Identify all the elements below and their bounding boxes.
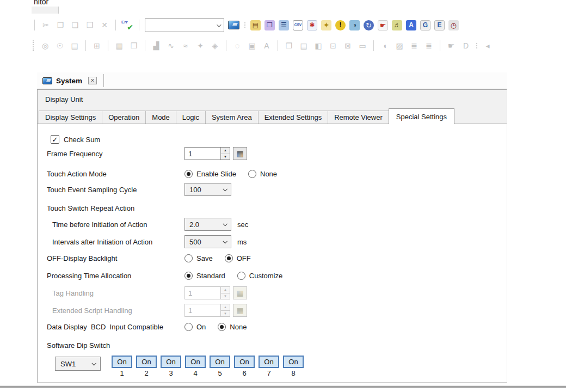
tab-logic[interactable]: Logic	[176, 111, 206, 124]
error-check-icon[interactable]: Err ✔	[121, 20, 133, 30]
keypad-button[interactable]: ▦	[233, 147, 247, 160]
key-security-icon[interactable]: ✦	[321, 20, 331, 30]
dip-switch-1-button[interactable]: On	[112, 356, 132, 368]
paste-icon[interactable]: ❏	[70, 20, 81, 30]
screen-preview-icon[interactable]	[228, 21, 239, 29]
memo-list-icon[interactable]: ▤	[69, 40, 80, 51]
tab-extended-settings[interactable]: Extended Settings	[258, 111, 329, 124]
speech-bubble-icon[interactable]: ◖	[379, 40, 390, 51]
check-sum-checkbox[interactable]: ✓	[51, 135, 59, 144]
window-overlap-icon[interactable]: ❐	[284, 40, 294, 51]
star-parts-icon[interactable]: ✦	[195, 40, 206, 51]
sound-icon[interactable]: ♬	[392, 20, 402, 30]
radio-button[interactable]	[237, 272, 245, 280]
tab-system-area[interactable]: System Area	[205, 111, 259, 124]
lamp-icon[interactable]: ☉	[54, 40, 65, 51]
close-tab-button[interactable]: ✕	[88, 77, 97, 84]
text-parts-icon[interactable]: A	[261, 40, 272, 51]
mini-display-icon[interactable]: ▭	[357, 40, 368, 51]
package-edit-icon[interactable]: ✱	[307, 20, 317, 30]
radio-option-save[interactable]: Save	[184, 254, 213, 262]
copy-icon[interactable]: ❐	[55, 20, 66, 30]
radio-option-on[interactable]: On	[184, 323, 206, 331]
hand-cursor-icon[interactable]: ☛	[446, 40, 457, 51]
radio-button[interactable]	[184, 170, 193, 178]
spinner-down-button[interactable]: ▼	[221, 154, 230, 160]
doc-list2-icon[interactable]: ≣	[423, 40, 434, 51]
data-transfer-icon[interactable]: ◑	[349, 20, 360, 30]
dip-switch-3-button[interactable]: On	[161, 356, 181, 368]
check-sum-label: Check Sum	[64, 136, 100, 144]
calendar-12-icon[interactable]: ⊞	[91, 40, 102, 51]
film-strip-icon[interactable]: ▤	[298, 40, 309, 51]
touch-action-mode-label: Touch Action Mode	[47, 170, 184, 178]
compare-project-icon[interactable]: ❐	[264, 20, 275, 30]
spinner-buttons: ▲ ▼	[220, 148, 230, 160]
tab-system-label: System	[56, 77, 82, 85]
radio-option-none[interactable]: None	[218, 323, 247, 331]
tab-special-settings[interactable]: Special Settings	[389, 108, 454, 124]
radio-button[interactable]	[184, 323, 193, 331]
script-icon[interactable]: D	[460, 40, 471, 51]
radio-button[interactable]	[184, 254, 193, 262]
frame-frequency-spinner: 1 ▲ ▼ ▦	[184, 147, 247, 160]
trend-graph-icon[interactable]: ∿	[165, 40, 176, 51]
tab-mode[interactable]: Mode	[145, 111, 176, 124]
language-convert-icon[interactable]: A	[406, 20, 416, 30]
nav-back-icon[interactable]: ◂	[482, 40, 493, 51]
export-settings-icon[interactable]: E	[434, 20, 445, 30]
delete-icon[interactable]: ✕	[99, 20, 110, 30]
camera-icon[interactable]: ◧	[313, 40, 324, 51]
radio-option-standard[interactable]: Standard	[184, 272, 225, 280]
parts-box-icon[interactable]: ▣	[247, 40, 257, 51]
touch-press-icon[interactable]: ☛	[378, 20, 388, 30]
radio-option-enable-slide[interactable]: Enable Slide	[184, 170, 236, 178]
radio-button[interactable]	[184, 272, 193, 280]
diamond-parts-icon[interactable]: ◈	[210, 40, 220, 51]
radio-button[interactable]	[248, 170, 256, 178]
keypad-icon[interactable]: ▦	[114, 40, 125, 51]
radio-option-customize[interactable]: Customize	[237, 272, 282, 280]
duplicate-icon[interactable]: ❒	[84, 20, 95, 30]
spinner-up-button[interactable]: ▲	[221, 148, 230, 154]
parts-icon[interactable]: ❒	[128, 40, 139, 51]
tab-operation[interactable]: Operation	[102, 111, 146, 124]
transfer-project-icon[interactable]: ▤	[250, 20, 261, 30]
bar-graph-icon[interactable]: ▟	[151, 40, 162, 51]
schedule-transfer-icon[interactable]: ◷	[448, 20, 459, 30]
doc-list-icon[interactable]: ≣	[409, 40, 420, 51]
off-display-backlight-row: OFF-Display Backlight Save OFF	[47, 251, 251, 265]
dip-switch-7-button[interactable]: On	[259, 356, 279, 368]
chevron-down-icon	[217, 22, 221, 27]
dip-switch-2-button[interactable]: On	[136, 356, 157, 368]
tab-remote-viewer[interactable]: Remote Viewer	[328, 111, 389, 124]
intervals-after-dropdown[interactable]: 500	[184, 235, 231, 248]
radio-button[interactable]	[225, 254, 233, 262]
radio-button[interactable]	[218, 323, 226, 331]
monitor-icon[interactable]: ⊠	[342, 40, 353, 51]
csv-export-icon[interactable]: CSV	[293, 20, 303, 30]
image-parts-icon[interactable]: ▨	[394, 40, 405, 51]
tab-system[interactable]: System ✕	[37, 72, 100, 89]
part-anchor-icon[interactable]: ◎	[40, 40, 51, 51]
monitor-settings-icon[interactable]: ⊡	[328, 40, 339, 51]
frame-frequency-input[interactable]: 1	[185, 148, 220, 160]
data-jar-icon[interactable]: ◌	[232, 40, 243, 51]
tab-display-settings[interactable]: Display Settings	[39, 111, 102, 124]
password-icon[interactable]: !	[335, 20, 346, 30]
sampling-cycle-dropdown[interactable]: 100	[184, 183, 231, 196]
dip-switch-selector[interactable]: SW1	[55, 357, 101, 371]
dip-switch-4-button[interactable]: On	[185, 356, 206, 368]
system-settings-icon[interactable]: ☰	[279, 20, 289, 30]
radio-option-none[interactable]: None	[248, 170, 277, 178]
line-graph-icon[interactable]: ≈	[180, 40, 191, 51]
dip-switch-5-button[interactable]: On	[210, 356, 230, 368]
time-before-dropdown[interactable]: 2.0	[184, 218, 231, 231]
dip-switch-8-button[interactable]: On	[283, 356, 304, 368]
radio-option-off[interactable]: OFF	[225, 254, 251, 262]
global-settings-icon[interactable]: G	[420, 20, 430, 30]
address-refresh-icon[interactable]: ↻	[364, 20, 374, 30]
cut-icon[interactable]: ✂	[40, 20, 51, 30]
dip-switch-6-button[interactable]: On	[234, 356, 255, 368]
screen-select-combobox[interactable]	[145, 19, 224, 32]
